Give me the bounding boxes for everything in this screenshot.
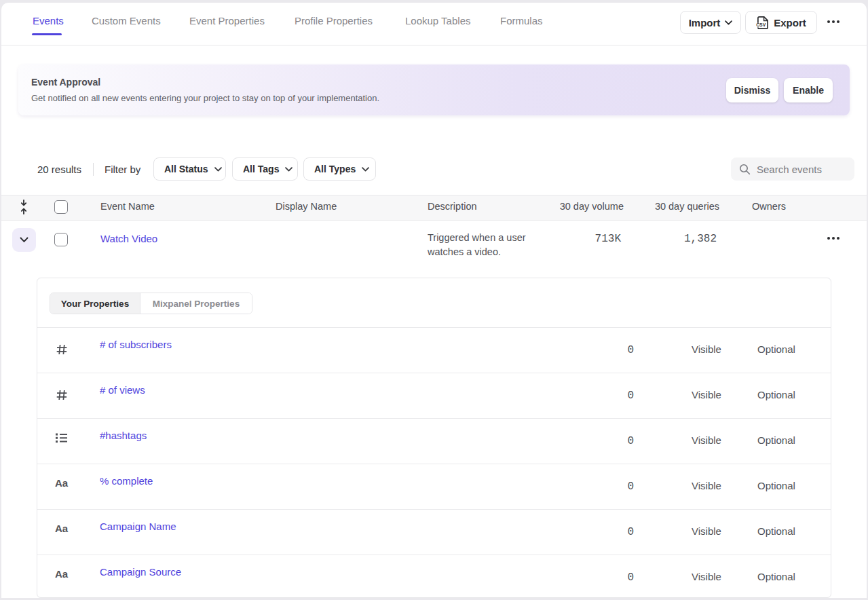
svg-text:CSV: CSV bbox=[756, 22, 766, 27]
